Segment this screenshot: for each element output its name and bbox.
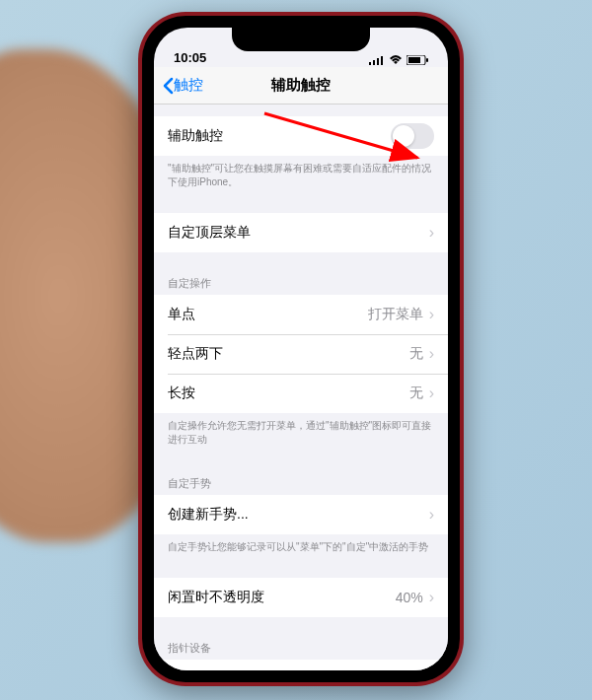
row-value: 无 (409, 345, 423, 363)
battery-icon (407, 55, 428, 65)
row-value: 40% (396, 590, 423, 605)
row-assistive-touch-toggle[interactable]: 辅助触控 (154, 116, 448, 156)
phone-frame: 10:05 触控 辅助触控 辅助触控 (138, 12, 464, 686)
section-footer: 自定手势让您能够记录可以从"菜单"下的"自定"中激活的手势 (154, 534, 448, 560)
svg-rect-3 (381, 56, 383, 65)
wifi-icon (389, 55, 403, 65)
signal-icon (369, 55, 385, 65)
svg-rect-2 (377, 58, 379, 65)
status-time: 10:05 (174, 50, 206, 65)
row-customize-menu[interactable]: 自定顶层菜单 › (154, 213, 448, 252)
row-single-tap[interactable]: 单点 打开菜单 › (154, 295, 448, 334)
section-main-toggle: 辅助触控 "辅助触控"可让您在触摸屏幕有困难或需要自适应配件的情况下使用iPho… (154, 116, 448, 195)
row-label: 创建新手势... (168, 506, 429, 524)
row-create-gesture[interactable]: 创建新手势... › (154, 495, 448, 534)
svg-rect-6 (426, 58, 428, 62)
section-footer: 自定操作允许您无需打开菜单，通过"辅助触控"图标即可直接进行互动 (154, 413, 448, 453)
chevron-right-icon: › (429, 589, 434, 606)
row-label: 闲置时不透明度 (168, 589, 396, 606)
section-pointer: 指针设备 设备 › 鼠标键 › 显示屏幕键盘 (154, 635, 448, 670)
chevron-right-icon: › (429, 345, 434, 363)
settings-content[interactable]: 辅助触控 "辅助触控"可让您在触摸屏幕有困难或需要自适应配件的情况下使用iPho… (154, 105, 448, 670)
back-button[interactable]: 触控 (154, 76, 203, 95)
row-long-press[interactable]: 长按 无 › (154, 374, 448, 413)
chevron-right-icon: › (429, 306, 434, 323)
section-gestures: 自定手势 创建新手势... › 自定手势让您能够记录可以从"菜单"下的"自定"中… (154, 470, 448, 560)
section-opacity: 闲置时不透明度 40% › (154, 578, 448, 617)
section-header: 自定操作 (154, 270, 448, 295)
section-custom-actions: 自定操作 单点 打开菜单 › 轻点两下 无 › 长按 无 › (154, 270, 448, 453)
svg-rect-5 (408, 57, 420, 63)
section-footer: "辅助触控"可让您在触摸屏幕有困难或需要自适应配件的情况下使用iPhone。 (154, 156, 448, 195)
section-header: 指针设备 (154, 635, 448, 660)
chevron-right-icon: › (429, 385, 434, 402)
nav-bar: 触控 辅助触控 (154, 67, 448, 105)
row-double-tap[interactable]: 轻点两下 无 › (154, 334, 448, 374)
phone-screen: 10:05 触控 辅助触控 辅助触控 (154, 28, 448, 670)
row-idle-opacity[interactable]: 闲置时不透明度 40% › (154, 578, 448, 617)
svg-rect-0 (369, 62, 371, 65)
back-label: 触控 (174, 76, 203, 95)
row-label: 单点 (168, 306, 368, 323)
chevron-right-icon: › (429, 506, 434, 524)
svg-rect-1 (373, 60, 375, 65)
section-menu: 自定顶层菜单 › (154, 213, 448, 252)
chevron-right-icon: › (429, 224, 434, 242)
row-label: 辅助触控 (168, 127, 391, 145)
notch (232, 28, 370, 51)
row-label: 自定顶层菜单 (168, 224, 429, 242)
row-value: 无 (409, 385, 423, 402)
section-header: 自定手势 (154, 470, 448, 495)
page-title: 辅助触控 (271, 76, 331, 95)
row-label: 轻点两下 (168, 345, 409, 363)
chevron-left-icon (162, 77, 174, 95)
row-value: 打开菜单 (368, 306, 423, 323)
row-label: 长按 (168, 385, 409, 402)
toggle-assistive-touch[interactable] (391, 123, 434, 149)
row-devices[interactable]: 设备 › (154, 660, 448, 670)
